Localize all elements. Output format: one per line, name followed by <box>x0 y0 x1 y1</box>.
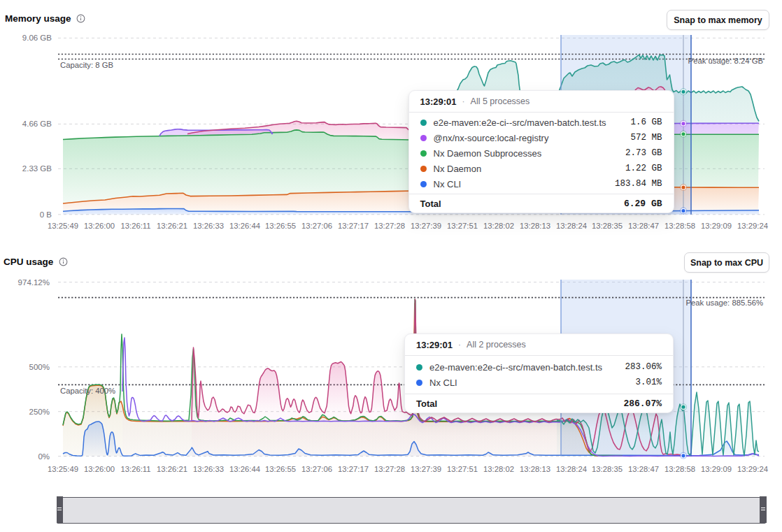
svg-text:13:27:51: 13:27:51 <box>447 222 478 230</box>
svg-text:0 B: 0 B <box>40 210 52 219</box>
svg-text:13:27:17: 13:27:17 <box>338 222 369 230</box>
svg-text:13:29:09: 13:29:09 <box>701 465 732 473</box>
svg-text:13:28:47: 13:28:47 <box>628 465 659 473</box>
svg-text:13:28:47: 13:28:47 <box>628 222 659 230</box>
svg-text:13:26:44: 13:26:44 <box>229 465 260 473</box>
svg-text:Capacity: 8 GB: Capacity: 8 GB <box>60 61 113 69</box>
svg-text:13:25:49: 13:25:49 <box>48 222 78 230</box>
svg-text:13:27:06: 13:27:06 <box>301 222 332 230</box>
svg-text:13:29:24: 13:29:24 <box>737 222 768 230</box>
svg-text:13:25:49: 13:25:49 <box>48 465 78 473</box>
svg-text:13:27:39: 13:27:39 <box>411 222 441 230</box>
svg-text:13:27:51: 13:27:51 <box>447 465 478 473</box>
svg-text:13:26:21: 13:26:21 <box>157 465 187 473</box>
svg-text:13:26:55: 13:26:55 <box>265 465 296 473</box>
svg-text:13:28:58: 13:28:58 <box>664 222 695 230</box>
svg-text:0%: 0% <box>38 452 50 461</box>
svg-text:Capacity: 400%: Capacity: 400% <box>60 387 115 395</box>
svg-text:13:27:28: 13:27:28 <box>374 465 405 473</box>
svg-text:13:26:33: 13:26:33 <box>193 465 224 473</box>
svg-text:13:29:24: 13:29:24 <box>737 465 768 473</box>
svg-text:13:27:17: 13:27:17 <box>338 465 369 473</box>
svg-text:250%: 250% <box>29 408 50 416</box>
svg-text:13:26:00: 13:26:00 <box>84 465 115 473</box>
svg-text:13:27:28: 13:27:28 <box>374 222 405 230</box>
svg-text:2.33 GB: 2.33 GB <box>22 164 52 173</box>
svg-text:13:28:35: 13:28:35 <box>592 465 623 473</box>
svg-text:9.06 GB: 9.06 GB <box>22 34 52 42</box>
svg-text:Peak usage: 885.56%: Peak usage: 885.56% <box>685 299 763 307</box>
svg-text:13:26:44: 13:26:44 <box>229 222 260 230</box>
svg-text:13:27:06: 13:27:06 <box>301 465 332 473</box>
svg-text:13:29:09: 13:29:09 <box>701 222 732 230</box>
svg-text:13:28:13: 13:28:13 <box>520 465 550 473</box>
svg-text:13:26:11: 13:26:11 <box>120 465 150 473</box>
svg-text:13:28:02: 13:28:02 <box>483 465 514 473</box>
svg-text:13:28:58: 13:28:58 <box>664 465 695 473</box>
svg-text:13:26:21: 13:26:21 <box>157 222 187 230</box>
svg-text:Peak usage: 8.24 GB: Peak usage: 8.24 GB <box>688 57 763 65</box>
svg-text:4.66 GB: 4.66 GB <box>22 120 52 128</box>
svg-text:13:27:39: 13:27:39 <box>411 465 441 473</box>
svg-text:13:28:35: 13:28:35 <box>592 222 623 230</box>
svg-text:13:28:13: 13:28:13 <box>520 222 550 230</box>
svg-text:500%: 500% <box>29 363 50 371</box>
svg-text:13:26:00: 13:26:00 <box>84 222 115 230</box>
svg-text:974.12%: 974.12% <box>18 278 50 287</box>
svg-text:13:26:33: 13:26:33 <box>193 222 224 230</box>
svg-text:13:26:11: 13:26:11 <box>120 222 150 230</box>
svg-text:13:28:24: 13:28:24 <box>556 465 587 473</box>
svg-text:13:28:24: 13:28:24 <box>556 222 587 230</box>
svg-text:13:28:02: 13:28:02 <box>483 222 514 230</box>
svg-text:13:26:55: 13:26:55 <box>265 222 296 230</box>
